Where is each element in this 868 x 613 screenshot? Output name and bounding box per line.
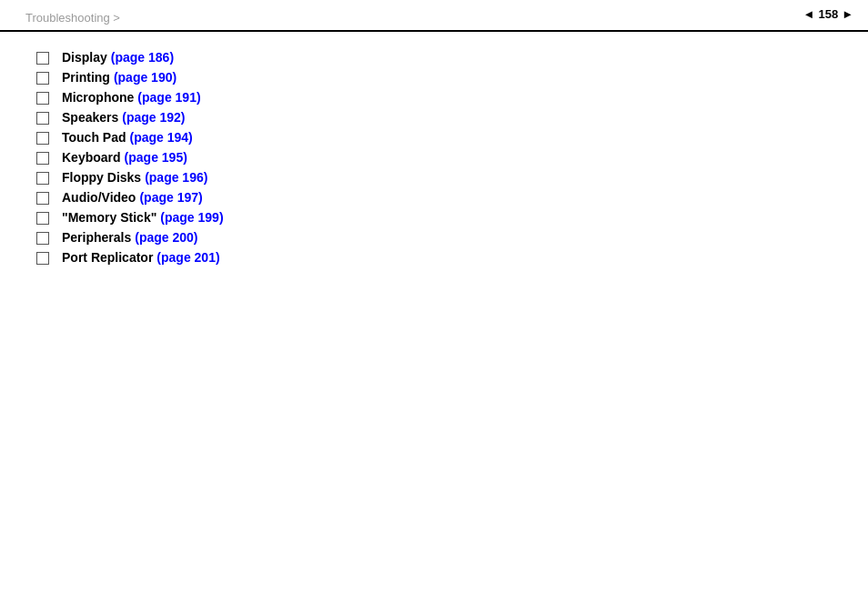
list-item: Peripherals (page 200) — [36, 230, 832, 245]
checkbox-icon — [36, 232, 49, 245]
item-page-link[interactable]: (page 192) — [122, 110, 185, 125]
checkbox-icon — [36, 92, 49, 105]
item-label: Floppy Disks — [62, 170, 141, 185]
item-page-link[interactable]: (page 194) — [130, 130, 193, 145]
item-label: Keyboard — [62, 150, 121, 165]
item-label: Microphone — [62, 90, 134, 105]
list-item: Port Replicator (page 201) — [36, 250, 832, 265]
item-label: Display — [62, 50, 107, 65]
item-label: Printing — [62, 70, 110, 85]
page-arrow-icon: ◄ — [803, 7, 815, 21]
page-number-container: ◄ 158 ► — [803, 7, 853, 21]
list-item: Printing (page 190) — [36, 70, 832, 85]
item-page-link[interactable]: (page 191) — [137, 90, 200, 105]
checkbox-icon — [36, 132, 49, 145]
list-item: Floppy Disks (page 196) — [36, 170, 832, 185]
item-label: Audio/Video — [62, 190, 136, 205]
checkbox-icon — [36, 152, 49, 165]
item-label: Speakers — [62, 110, 118, 125]
checkbox-icon — [36, 72, 49, 85]
item-page-link[interactable]: (page 197) — [139, 190, 202, 205]
breadcrumb: Troubleshooting > — [25, 7, 120, 25]
list-item: Touch Pad (page 194) — [36, 130, 832, 145]
item-label: "Memory Stick" — [62, 210, 156, 225]
item-label: Peripherals — [62, 230, 131, 245]
list-item: Audio/Video (page 197) — [36, 190, 832, 205]
item-page-link[interactable]: (page 186) — [111, 50, 174, 65]
list-item: Display (page 186) — [36, 50, 832, 65]
checkbox-icon — [36, 112, 49, 125]
checkbox-icon — [36, 52, 49, 65]
page-arrow-right-icon: ► — [842, 7, 853, 21]
page-number: 158 — [818, 7, 838, 21]
checkbox-icon — [36, 212, 49, 225]
item-page-link[interactable]: (page 196) — [145, 170, 207, 185]
item-page-link[interactable]: (page 195) — [125, 150, 187, 165]
content-area: Display (page 186)Printing (page 190)Mic… — [0, 32, 868, 288]
list-item: Microphone (page 191) — [36, 90, 832, 105]
list-item: Keyboard (page 195) — [36, 150, 832, 165]
checkbox-icon — [36, 252, 49, 265]
item-page-link[interactable]: (page 201) — [156, 250, 219, 265]
item-label: Touch Pad — [62, 130, 126, 145]
checkbox-icon — [36, 192, 49, 205]
item-page-link[interactable]: (page 190) — [114, 70, 177, 85]
item-page-link[interactable]: (page 199) — [160, 210, 223, 225]
list-item: "Memory Stick" (page 199) — [36, 210, 832, 225]
item-label: Port Replicator — [62, 250, 153, 265]
checkbox-icon — [36, 172, 49, 185]
list-item: Speakers (page 192) — [36, 110, 832, 125]
item-page-link[interactable]: (page 200) — [135, 230, 197, 245]
page-header: Troubleshooting > ◄ 158 ► — [0, 0, 868, 32]
